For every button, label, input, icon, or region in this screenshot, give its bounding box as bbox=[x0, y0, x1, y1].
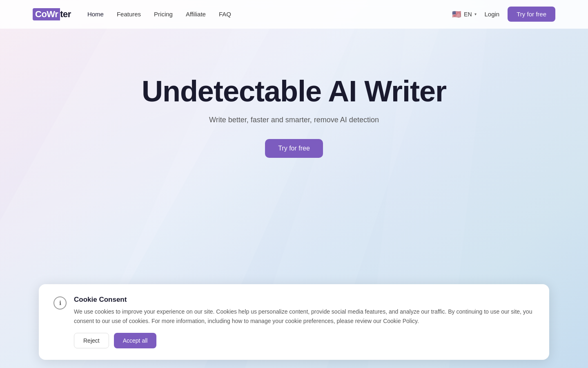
nav-home[interactable]: Home bbox=[87, 11, 104, 18]
lang-code: EN bbox=[464, 11, 472, 18]
nav-features[interactable]: Features bbox=[117, 11, 141, 18]
nav-faq[interactable]: FAQ bbox=[219, 11, 231, 18]
cookie-actions: Reject Accept all bbox=[53, 333, 535, 348]
cookie-banner: ℹ Cookie Consent We use cookies to impro… bbox=[39, 284, 549, 360]
accept-all-button[interactable]: Accept all bbox=[114, 333, 157, 348]
logo-right: ter bbox=[60, 9, 71, 20]
chevron-down-icon: ▾ bbox=[474, 12, 477, 16]
hero-title: Undetectable AI Writer bbox=[142, 75, 446, 108]
language-selector[interactable]: 🇺🇸 EN ▾ bbox=[452, 11, 476, 18]
navbar: CoWrter Home Features Pricing Affiliate … bbox=[0, 0, 588, 29]
cookie-header: ℹ Cookie Consent We use cookies to impro… bbox=[53, 296, 535, 325]
nav-links: Home Features Pricing Affiliate FAQ bbox=[87, 11, 231, 18]
reject-button[interactable]: Reject bbox=[74, 333, 109, 348]
login-button[interactable]: Login bbox=[485, 11, 500, 18]
cookie-text: We use cookies to improve your experienc… bbox=[74, 307, 535, 325]
logo[interactable]: CoWrter bbox=[33, 8, 71, 20]
cookie-content: Cookie Consent We use cookies to improve… bbox=[74, 296, 535, 325]
nav-right: 🇺🇸 EN ▾ Login Try for free bbox=[452, 7, 555, 22]
try-free-nav-button[interactable]: Try for free bbox=[508, 7, 555, 22]
hero-section: Undetectable AI Writer Write better, fas… bbox=[0, 0, 588, 286]
nav-affiliate[interactable]: Affiliate bbox=[186, 11, 206, 18]
cookie-title: Cookie Consent bbox=[74, 296, 535, 304]
flag-icon: 🇺🇸 bbox=[452, 11, 461, 18]
hero-cta-button[interactable]: Try for free bbox=[265, 139, 323, 158]
cookie-info-icon: ℹ bbox=[53, 296, 67, 310]
nav-pricing[interactable]: Pricing bbox=[154, 11, 173, 18]
logo-left: CoWr bbox=[33, 8, 60, 20]
hero-subtitle: Write better, faster and smarter, remove… bbox=[209, 116, 379, 124]
